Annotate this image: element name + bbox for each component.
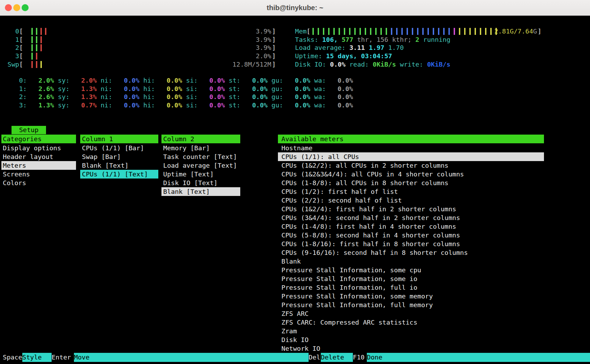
meter-tick [323, 28, 324, 35]
disk-io-span: read: [346, 61, 373, 68]
meter-label: 1 [3, 36, 19, 44]
available-meters-item[interactable]: ZFS ARC [278, 309, 544, 318]
meter-open-bracket: [ [19, 52, 23, 60]
meter-tick [401, 28, 403, 35]
fnkey-enter[interactable]: Enter [52, 353, 74, 362]
meter-label: Mem [295, 27, 307, 36]
available-meters-item[interactable]: CPUs (5-8/8): second half in 4 shorter c… [278, 231, 544, 240]
categories-item[interactable]: Display options [1, 144, 76, 152]
available-meters-item[interactable]: CPUs (1-4/8): first half in 4 shorter co… [278, 222, 544, 231]
cpu-hi-value: 0.0% [155, 93, 182, 100]
meter-value: 3.9% [256, 36, 271, 44]
column1-item[interactable]: CPUs (1/1) [Text] [80, 170, 158, 179]
meter-tick [36, 36, 37, 43]
meter-label: 0 [3, 27, 19, 36]
function-key-bar: SpaceStyle EnterMoveDelDeleteF10Done [0, 353, 590, 362]
column1-item[interactable]: Swap [Bar] [80, 152, 158, 161]
fnkey-del[interactable]: Del [309, 353, 321, 362]
column2-item[interactable]: Task counter [Text] [161, 152, 240, 161]
meter-tick [469, 28, 471, 35]
cpu-gu-label: gu: [267, 77, 283, 84]
cpu-si-value: 0.0% [198, 77, 225, 84]
available-meters-item[interactable]: CPUs (1&2/4): first half in 2 shorter co… [278, 205, 544, 213]
available-meters-item[interactable]: Hostname [278, 144, 544, 152]
categories-item[interactable]: Screens [1, 170, 76, 179]
column1-item[interactable]: CPUs (1/1) [Bar] [80, 144, 158, 152]
cpu-wa-value: 0.0% [326, 85, 353, 92]
meter-tick [464, 28, 466, 35]
available-meters-item[interactable]: Zram [278, 327, 544, 335]
disk-io-span: write: [396, 61, 427, 68]
cpu-ni-value: 0.0% [112, 85, 139, 92]
available-meters-item[interactable]: Disk IO [278, 335, 544, 344]
available-meters-item[interactable]: CPUs (1&2&3&4/4): all CPUs in 4 shorter … [278, 170, 544, 179]
cpu-wa-label: wa: [310, 77, 326, 84]
cpu-id-label: 2: [3, 93, 27, 100]
meter-tick [36, 61, 37, 68]
fnkey-f10[interactable]: F10 [353, 353, 367, 362]
available-meters-item[interactable]: ZFS CARC: Compressed ARC statistics [278, 318, 544, 327]
meter-tick [344, 28, 345, 35]
available-meters-item[interactable]: CPUs (3&4/4): second half in 2 shorter c… [278, 213, 544, 222]
fnaction-style[interactable]: Style [22, 353, 52, 362]
meter-close-bracket: ] [272, 27, 276, 36]
cpu-gu-value: 0.0% [283, 77, 310, 84]
available-meters-item[interactable]: CPUs (1&2/2): all CPUs in 2 shorter colu… [278, 161, 544, 170]
cpu-si-label: si: [182, 77, 198, 84]
minimize-button[interactable] [13, 4, 20, 11]
zoom-button[interactable] [22, 4, 29, 11]
available-meters-item[interactable]: Blank [278, 257, 544, 266]
available-meters-item[interactable]: Pressure Stall Information, some memory [278, 292, 544, 301]
cpu-meter-1: 1[3.9%] [3, 36, 276, 44]
uptime-row: Uptime: 15 days, 03:04:57 [295, 52, 392, 60]
available-meters-item[interactable]: CPUs (9-16/16): second half in 8 shorter… [278, 248, 544, 257]
cpu-sy-label: sy: [54, 85, 70, 92]
tasks-span: 577 [342, 36, 353, 43]
column2-item[interactable]: Disk IO [Text] [161, 179, 240, 187]
cpu-ni-label: ni: [97, 101, 112, 109]
fnaction-delete[interactable]: Delete [321, 353, 353, 362]
cpu-si-value: 0.0% [198, 101, 225, 109]
cpu-detail-row-0: 0: 2.0% sy: 2.0% ni: 0.0% hi: 0.0% si: 0… [3, 76, 353, 85]
meter-tick [438, 28, 439, 35]
column2-item[interactable]: Load average [Text] [161, 161, 240, 170]
available-meters-item[interactable]: Pressure Stall Information, some io [278, 274, 544, 283]
column2-item[interactable]: Uptime [Text] [161, 170, 240, 179]
fnkey-space[interactable]: Space [0, 353, 22, 362]
cpu-gu-value: 0.0% [283, 85, 310, 92]
available-meters-item[interactable]: Network IO [278, 344, 544, 353]
cpu-st-label: st: [225, 101, 241, 109]
terminal-screen: 0[3.9%]1[3.9%]2[3.9%]3[2.0%]Swp[12.8M/51… [0, 16, 590, 364]
cpu-hi-label: hi: [139, 93, 155, 100]
meter-value-part: 2.81G/7.64 [494, 28, 533, 35]
available-meters-item[interactable]: CPUs (1/1): all CPUs [278, 152, 544, 161]
available-meters-item[interactable]: Pressure Stall Information, some cpu [278, 266, 544, 274]
meter-tick [475, 28, 476, 35]
available-meters-item[interactable]: CPUs (2/2): second half of list [278, 196, 544, 205]
tab-setup[interactable]: Setup [12, 126, 46, 134]
column1-item[interactable]: Blank [Text] [80, 161, 158, 170]
tasks-span [338, 36, 342, 43]
categories-item[interactable]: Header layout [1, 152, 76, 161]
fnaction-done[interactable]: Done [367, 353, 590, 362]
cpu-st-value: 0.0% [240, 93, 267, 100]
cpu-st-label: st: [225, 93, 241, 100]
meter-label: Swp [3, 60, 19, 69]
tasks-span: 106, [322, 36, 338, 43]
available-meters-item[interactable]: CPUs (1-8/8): all CPUs in 8 shorter colu… [278, 179, 544, 187]
available-meters-item[interactable]: CPUs (1-8/16): first half in 8 shorter c… [278, 240, 544, 248]
close-button[interactable] [5, 4, 12, 11]
column2-item[interactable]: Blank [Text] [161, 187, 240, 196]
fnaction-move[interactable]: Move [74, 353, 309, 362]
meter-ticks [31, 61, 42, 68]
available-meters-item[interactable]: Pressure Stall Information, full memory [278, 301, 544, 309]
available-meters-item[interactable]: CPUs (1/2): first half of list [278, 187, 544, 196]
categories-item[interactable]: Colors [1, 179, 76, 187]
meter-tick [36, 53, 37, 60]
tasks-span: 2 [415, 36, 419, 43]
column2-item[interactable]: Memory [Bar] [161, 144, 240, 152]
categories-item[interactable]: Meters [1, 161, 76, 170]
uptime-span: Uptime: [295, 52, 326, 60]
load-average-span: Load average: [295, 44, 349, 51]
available-meters-item[interactable]: Pressure Stall Information, full io [278, 283, 544, 292]
